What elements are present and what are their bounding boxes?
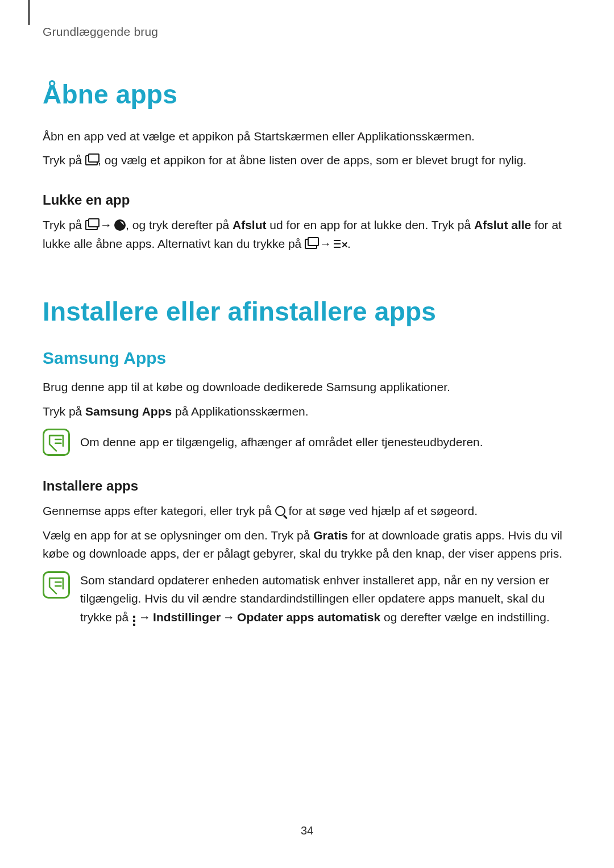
text: på Applikationsskærmen. [172,405,308,418]
section-title-install: Installere eller afinstallere apps [43,292,571,332]
paragraph: Åbn en app ved at vælge et appikon på St… [43,127,571,146]
manual-page: Grundlæggende brug Åbne apps Åbn en app … [0,0,614,868]
note-icon [43,429,70,456]
close-all-icon [334,239,347,250]
text: ud for en app for at lukke den. Tryk på [267,218,474,231]
paragraph: Vælg en app for at se oplysninger om den… [43,526,571,563]
running-head: Grundlæggende brug [43,23,571,41]
note-text: Om denne app er tilgængelig, afhænger af… [80,429,571,452]
subsection-samsung-apps: Samsung Apps [43,345,571,372]
paragraph: Tryk på Samsung Apps på Applikationsskær… [43,402,571,421]
subheading-close-app: Lukke en app [43,189,571,210]
body-text: Brug denne app til at købe og downloade … [43,378,571,627]
text: , og tryk derefter på [126,218,233,231]
text: Tryk på [43,405,85,418]
note-block: Om denne app er tilgængelig, afhænger af… [43,429,571,456]
bold-text: Samsung Apps [85,405,172,418]
bold-text: Indstillinger [153,610,221,624]
note-icon [43,571,70,599]
bold-text: Afslut [233,218,267,231]
paragraph: Brug denne app til at købe og downloade … [43,378,571,397]
note-text: Som standard opdaterer enheden automatis… [80,571,571,627]
text: Tryk på [43,153,85,167]
bold-text: Opdater apps automatisk [237,610,380,624]
arrow-icon: → [221,610,237,624]
text: og derefter vælge en indstilling. [380,610,550,624]
side-rule [28,0,30,25]
body-text: Åbn en app ved at vælge et appikon på St… [43,127,571,253]
arrow-icon: → [136,610,153,624]
bold-text: Afslut alle [474,218,531,231]
text: Vælg en app for at se oplysninger om den… [43,529,313,542]
text: for at søge ved hjælp af et søgeord. [285,504,478,517]
paragraph: Gennemse apps efter kategori, eller tryk… [43,502,571,521]
recent-apps-icon [85,155,98,165]
recent-apps-icon [305,239,317,249]
recent-apps-icon [85,220,98,230]
text: Tryk på [43,218,85,231]
arrow-icon: → [317,237,334,250]
paragraph: Tryk på , og vælg et appikon for at åbne… [43,151,571,170]
task-manager-icon [114,219,126,231]
note-block: Som standard opdaterer enheden automatis… [43,571,571,627]
text: , og vælg et appikon for at åbne listen … [98,153,526,167]
bold-text: Gratis [313,529,348,542]
search-icon [275,506,285,516]
paragraph: Tryk på →, og tryk derefter på Afslut ud… [43,216,571,253]
subheading-install-apps: Installere apps [43,475,571,496]
more-options-icon [133,620,135,622]
section-title-open-apps: Åbne apps [43,74,571,115]
arrow-icon: → [98,218,114,231]
text: Gennemse apps efter kategori, eller tryk… [43,504,275,517]
page-number: 34 [0,822,614,840]
